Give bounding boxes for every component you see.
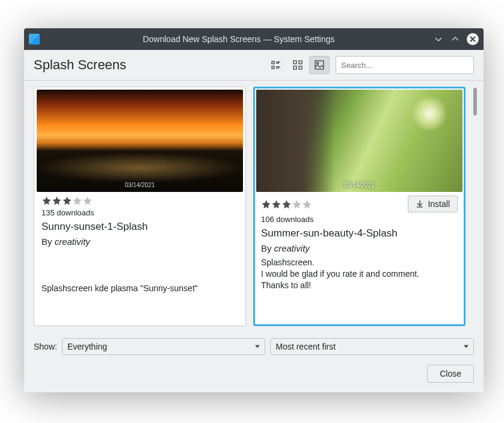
view-tiles-button[interactable] [287, 56, 308, 74]
thumbnail-date: 03/14/2021 [344, 182, 374, 188]
svg-rect-6 [293, 61, 297, 64]
page-title: Splash Screens [34, 57, 266, 73]
download-count: 106 downloads [261, 215, 458, 224]
thumbnail: 03/14/2021 [256, 90, 463, 192]
content-area: 03/14/2021 135 downloads Sunny-sunset-1-… [24, 81, 484, 332]
search-input[interactable] [336, 56, 474, 74]
card-title: Sunny-sunset-1-Splash [41, 221, 238, 233]
card-author: By creativity [41, 236, 238, 247]
sort-select[interactable]: Most recent first [270, 338, 474, 355]
minimize-button[interactable] [433, 34, 444, 45]
svg-rect-8 [293, 66, 297, 69]
card-description: Splashscreen. I would be glad if you rat… [261, 257, 458, 291]
dialog-window: Download New Splash Screens — System Set… [24, 28, 484, 392]
download-count: 135 downloads [41, 208, 238, 217]
thumbnail-date: 03/14/2021 [124, 182, 155, 188]
toolbar: Splash Screens [24, 50, 484, 81]
rating-stars [261, 199, 312, 209]
scroll-thumb[interactable] [473, 88, 477, 116]
view-preview-button[interactable] [309, 56, 330, 74]
card-author: By creativity [261, 243, 458, 253]
view-mode-group [266, 56, 330, 74]
maximize-button[interactable] [450, 34, 461, 45]
rating-stars [41, 196, 93, 206]
svg-point-11 [317, 63, 319, 64]
thumbnail: 03/14/2021 [37, 90, 243, 192]
close-button[interactable]: Close [427, 365, 474, 383]
titlebar[interactable]: Download New Splash Screens — System Set… [24, 28, 484, 50]
svg-rect-1 [272, 66, 274, 69]
app-icon [29, 34, 40, 45]
download-icon [416, 200, 424, 208]
filter-bar: Show: Everything Most recent first [24, 332, 484, 356]
scrollbar[interactable] [473, 87, 478, 326]
show-label: Show: [34, 342, 57, 351]
close-window-button[interactable] [467, 33, 479, 45]
svg-rect-7 [299, 61, 302, 64]
dialog-footer: Close [24, 356, 484, 392]
show-select[interactable]: Everything [62, 338, 266, 355]
splash-card[interactable]: 03/14/2021 Install 106 dow [253, 87, 466, 326]
svg-rect-10 [315, 61, 324, 69]
window-controls [433, 33, 479, 45]
window-title: Download New Splash Screens — System Set… [45, 34, 433, 44]
view-details-button[interactable] [266, 56, 286, 74]
install-button[interactable]: Install [408, 196, 458, 212]
splash-card[interactable]: 03/14/2021 135 downloads Sunny-sunset-1-… [34, 87, 246, 326]
card-description: Splashscreen kde plasma "Sunny-sunset" [41, 283, 238, 294]
svg-rect-0 [272, 61, 274, 64]
card-title: Summer-sun-beauty-4-Splash [261, 227, 458, 239]
svg-rect-9 [299, 66, 302, 69]
